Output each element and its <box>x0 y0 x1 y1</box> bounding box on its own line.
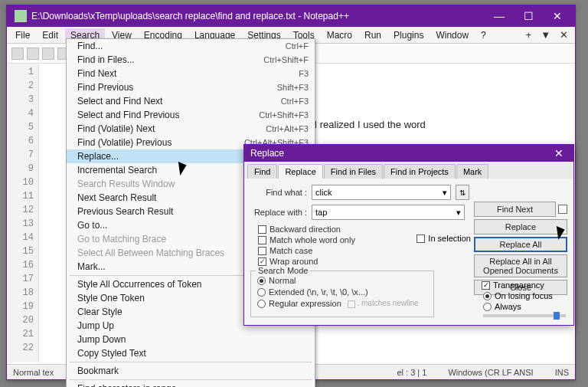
minimize-button[interactable]: — <box>485 5 514 27</box>
close-tab-button[interactable]: ✕ <box>556 28 572 42</box>
backward-checkbox[interactable] <box>258 225 266 234</box>
search-menu-item[interactable]: Find PreviousShift+F3 <box>67 80 315 94</box>
wrap-around-checkbox[interactable]: ✓ <box>258 257 266 266</box>
options-checks: Backward direction Match whole word only… <box>258 225 469 266</box>
search-menu-item[interactable]: Select and Find PreviousCtrl+Shift+F3 <box>67 108 315 122</box>
replace-with-input[interactable]: tap▾ <box>312 205 465 220</box>
transp-losing-focus-radio[interactable] <box>483 292 492 300</box>
in-selection-row: In selection <box>416 234 471 243</box>
tab-find-in-projects[interactable]: Find in Projects <box>384 164 456 179</box>
find-what-label: Find what : <box>250 188 307 197</box>
transparency-checkbox[interactable]: ✓ <box>482 281 490 290</box>
menu-plugins[interactable]: Plugins <box>388 28 429 42</box>
tab-find-in-files[interactable]: Find in Files <box>324 164 383 179</box>
search-mode-group: Search Mode Normal Extended (\n, \r, \t,… <box>250 271 434 317</box>
maximize-button[interactable]: ☐ <box>514 5 543 27</box>
dialog-close-icon[interactable]: ✕ <box>550 147 567 159</box>
search-menu-item[interactable]: Find characters in range... <box>67 382 315 387</box>
in-selection-checkbox[interactable] <box>416 234 425 243</box>
new-tab-button[interactable]: + <box>522 28 536 42</box>
mode-normal-radio[interactable] <box>257 277 266 285</box>
tab-menu-button[interactable]: ▼ <box>537 28 554 42</box>
mode-extended-radio[interactable] <box>257 288 266 297</box>
cursor-icon <box>178 160 191 175</box>
replace-all-button[interactable]: Replace All <box>474 237 567 252</box>
search-menu-item[interactable]: Find NextF3 <box>67 67 315 80</box>
menu-window[interactable]: Window <box>430 28 474 42</box>
toolbar-button[interactable] <box>42 48 54 60</box>
app-icon <box>15 10 27 22</box>
status-filetype: Normal tex <box>13 368 54 377</box>
tab-find[interactable]: Find <box>247 164 277 179</box>
search-menu-item[interactable]: Jump Down <box>67 333 315 346</box>
search-menu-item[interactable]: Find...Ctrl+F <box>67 39 315 53</box>
dialog-tabs: Find Replace Find in Files Find in Proje… <box>244 162 573 179</box>
find-next-pin-checkbox[interactable] <box>558 205 567 214</box>
titlebar: E:\Downloads\xTemp\uploads\search replac… <box>7 5 575 27</box>
find-what-input[interactable]: click▾ <box>312 185 451 200</box>
menu-file[interactable]: File <box>10 28 35 42</box>
close-window-button[interactable]: ✕ <box>543 5 572 27</box>
search-menu-item[interactable]: Find (Volatile) NextCtrl+Alt+F3 <box>67 122 315 136</box>
toolbar-button[interactable] <box>27 48 39 60</box>
find-next-button[interactable]: Find Next <box>474 202 556 217</box>
transp-always-radio[interactable] <box>483 303 492 311</box>
replace-all-open-button[interactable]: Replace All in All Opened Documents <box>474 254 567 277</box>
menu-macro[interactable]: Macro <box>322 28 358 42</box>
menu-run[interactable]: Run <box>359 28 387 42</box>
transparency-slider[interactable] <box>483 314 566 317</box>
status-eol: Windows (CR LF ANSI <box>448 368 533 377</box>
chevron-down-icon: ▾ <box>443 188 447 198</box>
transparency-group: ✓Transparency On losing focus Always <box>482 280 566 317</box>
search-menu-item[interactable]: Select and Find NextCtrl+F3 <box>67 94 315 108</box>
status-selection: el : 3 | 1 <box>397 368 426 377</box>
search-menu-item[interactable]: Bookmark <box>67 364 315 378</box>
cursor-icon <box>557 225 569 240</box>
menu-help[interactable]: ? <box>475 28 492 42</box>
search-menu-item[interactable]: Copy Styled Text <box>67 346 315 360</box>
dialog-titlebar[interactable]: Replace ✕ <box>244 145 573 162</box>
swap-fields-button[interactable]: ⇅ <box>456 185 469 200</box>
mode-regex-radio[interactable] <box>257 300 266 308</box>
dialog-title: Replace <box>250 148 284 159</box>
line-gutter: 1234567910111213141516171819202122 <box>7 64 39 362</box>
replace-dialog: Replace ✕ Find Replace Find in Files Fin… <box>243 144 574 326</box>
dialog-body: Find what : click▾ ⇅ Replace with : tap▾… <box>244 179 573 325</box>
replace-button[interactable]: Replace <box>474 219 567 234</box>
menu-edit[interactable]: Edit <box>37 28 64 42</box>
tab-replace[interactable]: Replace <box>278 164 322 179</box>
replace-with-label: Replace with : <box>250 208 307 217</box>
tab-mark[interactable]: Mark <box>456 164 488 179</box>
status-ins: INS <box>555 368 569 377</box>
window-title: E:\Downloads\xTemp\uploads\search replac… <box>31 11 485 21</box>
search-menu-item[interactable]: Find in Files...Ctrl+Shift+F <box>67 53 315 67</box>
toolbar-button[interactable] <box>11 48 24 60</box>
whole-word-checkbox[interactable] <box>258 236 266 244</box>
match-case-checkbox[interactable] <box>258 247 266 255</box>
chevron-down-icon: ▾ <box>456 208 461 218</box>
